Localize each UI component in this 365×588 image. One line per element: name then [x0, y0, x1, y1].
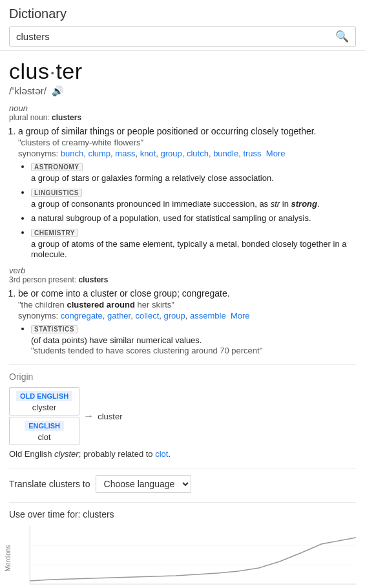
search-icon[interactable]: 🔍 [335, 30, 349, 43]
verb-sub-list: STATISTICS (of data points) have similar… [31, 323, 356, 355]
third-person-word: clusters [78, 275, 108, 284]
verb-more-link[interactable]: More [231, 311, 250, 320]
sampling-def: a natural subgroup of a population, used… [31, 213, 311, 223]
pronunciation-text: /ˈkləstər/ [9, 85, 47, 97]
old-english-tag: OLD ENGLISH [16, 391, 72, 401]
audio-icon[interactable]: 🔊 [52, 85, 64, 97]
pronunciation: /ˈkləstər/ 🔊 [9, 85, 356, 97]
verb-synonyms: synonyms: congregate, gather, collect, g… [18, 311, 356, 320]
noun-synonyms: synonyms: bunch, clump, mass, knot, grou… [18, 149, 356, 158]
verb-def-1: be or come into a cluster or close group… [18, 288, 356, 355]
old-english-word: clyster [16, 403, 72, 412]
noun-more-link[interactable]: More [266, 149, 286, 158]
plural-label: plural noun: clusters [9, 113, 356, 122]
domain-linguistics: LINGUISTICS [31, 189, 82, 197]
synonym-assemble[interactable]: assemble [190, 311, 226, 320]
search-bar: 🔍 [9, 26, 356, 47]
noun-def-example: "clusters of creamy-white flowers" [18, 138, 356, 147]
synonym-clutch[interactable]: clutch [187, 149, 209, 158]
third-person-label: 3rd person present: clusters [9, 275, 356, 284]
chart-wrapper: Mentions [9, 526, 356, 588]
statistics-example: "students tended to have scores clusteri… [31, 346, 262, 355]
app-title: Dictionary [9, 6, 356, 21]
etym-english-box: ENGLISH clot [9, 417, 79, 445]
etym-arrow: → [83, 410, 94, 422]
plural-word: clusters [52, 113, 81, 122]
etym-old-english-box: OLD ENGLISH clyster [9, 387, 79, 415]
etym-stack: OLD ENGLISH clyster ENGLISH clot [9, 387, 79, 445]
origin-title: Origin [9, 372, 356, 382]
verb-sub-statistics: STATISTICS (of data points) have similar… [31, 323, 356, 355]
origin-text: Old English clyster; probably related to… [9, 449, 356, 459]
astronomy-def: a group of stars or galaxies forming a r… [31, 173, 274, 183]
pos-noun-label: noun [9, 103, 356, 113]
noun-sub-chemistry: CHEMISTRY a group of atoms of the same e… [31, 227, 356, 259]
chemistry-def: a group of atoms of the same element, ty… [31, 239, 347, 259]
verb-definitions: be or come into a cluster or close group… [18, 288, 356, 355]
header: Dictionary 🔍 [0, 0, 365, 51]
chart-svg [9, 526, 356, 588]
domain-chemistry: CHEMISTRY [31, 229, 78, 237]
noun-def-1: a group of similar things or people posi… [18, 126, 356, 259]
synonym-truss[interactable]: truss [243, 149, 261, 158]
origin-section: Origin OLD ENGLISH clyster ENGLISH clot … [9, 364, 356, 459]
noun-sub-sampling: a natural subgroup of a population, used… [31, 213, 356, 223]
translate-section: Translate clusters to Choose language [9, 468, 356, 493]
synonym-gather[interactable]: gather [107, 311, 130, 320]
translate-label: Translate clusters to [9, 479, 90, 489]
etym-result-word: cluster [98, 412, 122, 421]
synonym-bundle[interactable]: bundle [213, 149, 238, 158]
origin-italic-word: clyster [54, 449, 79, 459]
synonym-mass[interactable]: mass [115, 149, 135, 158]
domain-statistics: STATISTICS [31, 325, 78, 333]
chart-title: Use over time for: clusters [9, 509, 356, 520]
noun-sub-linguistics: LINGUISTICS a group of consonants pronou… [31, 187, 356, 209]
english-word: clot [16, 432, 72, 442]
synonym-knot[interactable]: knot [140, 149, 156, 158]
synonym-clump[interactable]: clump [88, 149, 110, 158]
search-input[interactable] [16, 31, 335, 42]
etymology-diagram: OLD ENGLISH clyster ENGLISH clot → clust… [9, 387, 356, 445]
synonym-group2[interactable]: group [164, 311, 185, 320]
language-select[interactable]: Choose language [96, 475, 191, 493]
synonym-congregate[interactable]: congregate [61, 311, 103, 320]
noun-definitions: a group of similar things or people posi… [18, 126, 356, 259]
verb-def-text: be or come into a cluster or close group… [18, 288, 356, 299]
verb-section: verb 3rd person present: clusters be or … [9, 266, 356, 355]
synonym-group[interactable]: group [160, 149, 182, 158]
pos-verb-label: verb [9, 266, 356, 275]
chart-section: Use over time for: clusters Mentions 180… [9, 502, 356, 588]
noun-section: noun plural noun: clusters a group of si… [9, 103, 356, 259]
noun-sub-astronomy: ASTRONOMY a group of stars or galaxies f… [31, 161, 356, 183]
chart-y-label: Mentions [5, 545, 12, 572]
domain-astronomy: ASTRONOMY [31, 163, 83, 171]
statistics-def: (of data points) have similar numerical … [31, 335, 202, 345]
origin-clot-link[interactable]: clot [155, 449, 168, 459]
main-content: clus·ter /ˈkləstər/ 🔊 noun plural noun: … [0, 51, 365, 588]
synonym-bunch[interactable]: bunch [61, 149, 83, 158]
noun-sub-list: ASTRONOMY a group of stars or galaxies f… [31, 161, 356, 259]
noun-def-text: a group of similar things or people posi… [18, 126, 356, 136]
word-title: clus·ter [9, 59, 356, 84]
english-tag: ENGLISH [25, 421, 64, 431]
synonym-collect[interactable]: collect [135, 311, 159, 320]
linguistics-def: a group of consonants pronounced in imme… [31, 199, 320, 209]
verb-def-example: "the children clustered around her skirt… [18, 300, 356, 310]
